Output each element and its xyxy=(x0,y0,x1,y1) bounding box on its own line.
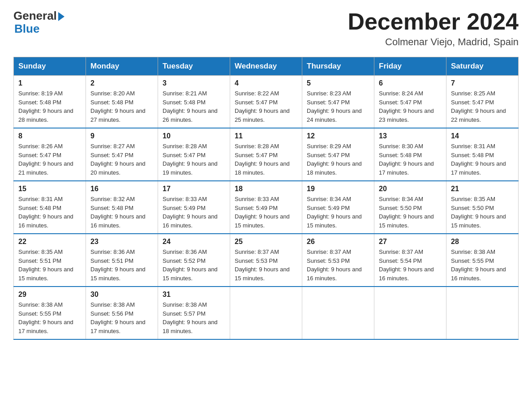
calendar-cell: 4 Sunrise: 8:22 AMSunset: 5:47 PMDayligh… xyxy=(230,76,302,128)
day-number: 19 xyxy=(307,185,369,193)
day-info: Sunrise: 8:38 AMSunset: 5:55 PMDaylight:… xyxy=(451,248,506,282)
day-number: 14 xyxy=(451,132,514,140)
day-info: Sunrise: 8:22 AMSunset: 5:47 PMDaylight:… xyxy=(235,90,290,123)
day-info: Sunrise: 8:37 AMSunset: 5:53 PMDaylight:… xyxy=(307,248,362,282)
calendar-table: SundayMondayTuesdayWednesdayThursdayFrid… xyxy=(13,57,519,340)
day-info: Sunrise: 8:29 AMSunset: 5:47 PMDaylight:… xyxy=(307,143,362,176)
calendar-cell: 14 Sunrise: 8:31 AMSunset: 5:48 PMDaylig… xyxy=(446,128,519,181)
logo-arrow-icon xyxy=(58,12,64,21)
page-title: December 2024 xyxy=(348,9,519,34)
day-info: Sunrise: 8:33 AMSunset: 5:49 PMDaylight:… xyxy=(163,196,218,229)
day-info: Sunrise: 8:25 AMSunset: 5:47 PMDaylight:… xyxy=(451,90,506,123)
day-number: 16 xyxy=(90,185,153,193)
day-info: Sunrise: 8:38 AMSunset: 5:57 PMDaylight:… xyxy=(163,301,218,334)
calendar-cell: 1 Sunrise: 8:19 AMSunset: 5:48 PMDayligh… xyxy=(14,76,86,128)
day-info: Sunrise: 8:28 AMSunset: 5:47 PMDaylight:… xyxy=(235,143,290,176)
calendar-cell xyxy=(374,287,446,339)
calendar-cell: 10 Sunrise: 8:28 AMSunset: 5:47 PMDaylig… xyxy=(158,128,230,181)
calendar-cell: 3 Sunrise: 8:21 AMSunset: 5:48 PMDayligh… xyxy=(158,76,230,128)
calendar-cell: 13 Sunrise: 8:30 AMSunset: 5:48 PMDaylig… xyxy=(374,128,446,181)
day-number: 8 xyxy=(18,132,81,140)
day-info: Sunrise: 8:36 AMSunset: 5:51 PMDaylight:… xyxy=(90,248,146,282)
day-number: 5 xyxy=(307,79,369,87)
day-info: Sunrise: 8:34 AMSunset: 5:49 PMDaylight:… xyxy=(307,196,362,229)
calendar-cell: 30 Sunrise: 8:38 AMSunset: 5:56 PMDaylig… xyxy=(86,287,158,339)
calendar-cell: 19 Sunrise: 8:34 AMSunset: 5:49 PMDaylig… xyxy=(302,181,374,234)
calendar-cell: 12 Sunrise: 8:29 AMSunset: 5:47 PMDaylig… xyxy=(302,128,374,181)
calendar-cell: 18 Sunrise: 8:33 AMSunset: 5:49 PMDaylig… xyxy=(230,181,302,234)
day-number: 6 xyxy=(379,79,442,87)
day-number: 30 xyxy=(90,291,153,299)
calendar-cell: 9 Sunrise: 8:27 AMSunset: 5:47 PMDayligh… xyxy=(86,128,158,181)
day-number: 17 xyxy=(163,185,225,193)
page-header: General Blue December 2024 Colmenar Viej… xyxy=(13,9,519,48)
header-day-wednesday: Wednesday xyxy=(230,57,302,76)
calendar-cell: 28 Sunrise: 8:38 AMSunset: 5:55 PMDaylig… xyxy=(446,234,519,287)
calendar-cell xyxy=(446,287,519,339)
day-number: 2 xyxy=(90,79,153,87)
title-block: December 2024 Colmenar Viejo, Madrid, Sp… xyxy=(348,9,519,48)
calendar-cell: 26 Sunrise: 8:37 AMSunset: 5:53 PMDaylig… xyxy=(302,234,374,287)
day-info: Sunrise: 8:26 AMSunset: 5:47 PMDaylight:… xyxy=(18,143,73,176)
calendar-cell xyxy=(302,287,374,339)
day-number: 11 xyxy=(235,132,297,140)
calendar-cell: 27 Sunrise: 8:37 AMSunset: 5:54 PMDaylig… xyxy=(374,234,446,287)
calendar-cell: 31 Sunrise: 8:38 AMSunset: 5:57 PMDaylig… xyxy=(158,287,230,339)
day-info: Sunrise: 8:19 AMSunset: 5:48 PMDaylight:… xyxy=(18,90,73,123)
day-number: 12 xyxy=(307,132,369,140)
header-day-monday: Monday xyxy=(86,57,158,76)
day-info: Sunrise: 8:30 AMSunset: 5:48 PMDaylight:… xyxy=(379,143,434,176)
day-info: Sunrise: 8:21 AMSunset: 5:48 PMDaylight:… xyxy=(163,90,218,123)
day-number: 10 xyxy=(163,132,225,140)
calendar-cell: 6 Sunrise: 8:24 AMSunset: 5:47 PMDayligh… xyxy=(374,76,446,128)
calendar-cell: 20 Sunrise: 8:34 AMSunset: 5:50 PMDaylig… xyxy=(374,181,446,234)
day-info: Sunrise: 8:31 AMSunset: 5:48 PMDaylight:… xyxy=(451,143,506,176)
calendar-header: SundayMondayTuesdayWednesdayThursdayFrid… xyxy=(14,57,519,76)
day-number: 27 xyxy=(379,238,442,246)
day-number: 18 xyxy=(235,185,297,193)
day-number: 21 xyxy=(451,185,514,193)
day-number: 13 xyxy=(379,132,442,140)
calendar-cell: 23 Sunrise: 8:36 AMSunset: 5:51 PMDaylig… xyxy=(86,234,158,287)
header-day-sunday: Sunday xyxy=(14,57,86,76)
day-info: Sunrise: 8:27 AMSunset: 5:47 PMDaylight:… xyxy=(90,143,146,176)
day-info: Sunrise: 8:37 AMSunset: 5:53 PMDaylight:… xyxy=(235,248,290,282)
logo-blue-text: Blue xyxy=(14,22,39,36)
day-info: Sunrise: 8:28 AMSunset: 5:47 PMDaylight:… xyxy=(163,143,218,176)
day-number: 28 xyxy=(451,238,514,246)
day-info: Sunrise: 8:33 AMSunset: 5:49 PMDaylight:… xyxy=(235,196,290,229)
calendar-cell: 5 Sunrise: 8:23 AMSunset: 5:47 PMDayligh… xyxy=(302,76,374,128)
day-info: Sunrise: 8:35 AMSunset: 5:50 PMDaylight:… xyxy=(451,196,506,229)
week-row-1: 1 Sunrise: 8:19 AMSunset: 5:48 PMDayligh… xyxy=(14,76,519,128)
week-row-2: 8 Sunrise: 8:26 AMSunset: 5:47 PMDayligh… xyxy=(14,128,519,181)
week-row-3: 15 Sunrise: 8:31 AMSunset: 5:48 PMDaylig… xyxy=(14,181,519,234)
day-number: 15 xyxy=(18,185,81,193)
day-number: 22 xyxy=(18,238,81,246)
day-number: 24 xyxy=(163,238,225,246)
day-number: 23 xyxy=(90,238,153,246)
calendar-cell: 7 Sunrise: 8:25 AMSunset: 5:47 PMDayligh… xyxy=(446,76,519,128)
calendar-body: 1 Sunrise: 8:19 AMSunset: 5:48 PMDayligh… xyxy=(14,76,519,340)
calendar-cell: 29 Sunrise: 8:38 AMSunset: 5:55 PMDaylig… xyxy=(14,287,86,339)
day-number: 3 xyxy=(163,79,225,87)
header-day-thursday: Thursday xyxy=(302,57,374,76)
week-row-4: 22 Sunrise: 8:35 AMSunset: 5:51 PMDaylig… xyxy=(14,234,519,287)
day-number: 26 xyxy=(307,238,369,246)
calendar-cell: 22 Sunrise: 8:35 AMSunset: 5:51 PMDaylig… xyxy=(14,234,86,287)
calendar-cell: 15 Sunrise: 8:31 AMSunset: 5:48 PMDaylig… xyxy=(14,181,86,234)
day-number: 31 xyxy=(163,291,225,299)
day-info: Sunrise: 8:24 AMSunset: 5:47 PMDaylight:… xyxy=(379,90,434,123)
calendar-cell: 25 Sunrise: 8:37 AMSunset: 5:53 PMDaylig… xyxy=(230,234,302,287)
calendar-cell: 11 Sunrise: 8:28 AMSunset: 5:47 PMDaylig… xyxy=(230,128,302,181)
calendar-cell: 17 Sunrise: 8:33 AMSunset: 5:49 PMDaylig… xyxy=(158,181,230,234)
day-number: 4 xyxy=(235,79,297,87)
day-info: Sunrise: 8:36 AMSunset: 5:52 PMDaylight:… xyxy=(163,248,218,282)
day-info: Sunrise: 8:38 AMSunset: 5:55 PMDaylight:… xyxy=(18,301,73,334)
header-day-tuesday: Tuesday xyxy=(158,57,230,76)
day-number: 1 xyxy=(18,79,81,87)
calendar-cell: 8 Sunrise: 8:26 AMSunset: 5:47 PMDayligh… xyxy=(14,128,86,181)
calendar-cell: 2 Sunrise: 8:20 AMSunset: 5:48 PMDayligh… xyxy=(86,76,158,128)
week-row-5: 29 Sunrise: 8:38 AMSunset: 5:55 PMDaylig… xyxy=(14,287,519,339)
logo-general-text: General xyxy=(13,9,57,23)
calendar-cell: 24 Sunrise: 8:36 AMSunset: 5:52 PMDaylig… xyxy=(158,234,230,287)
